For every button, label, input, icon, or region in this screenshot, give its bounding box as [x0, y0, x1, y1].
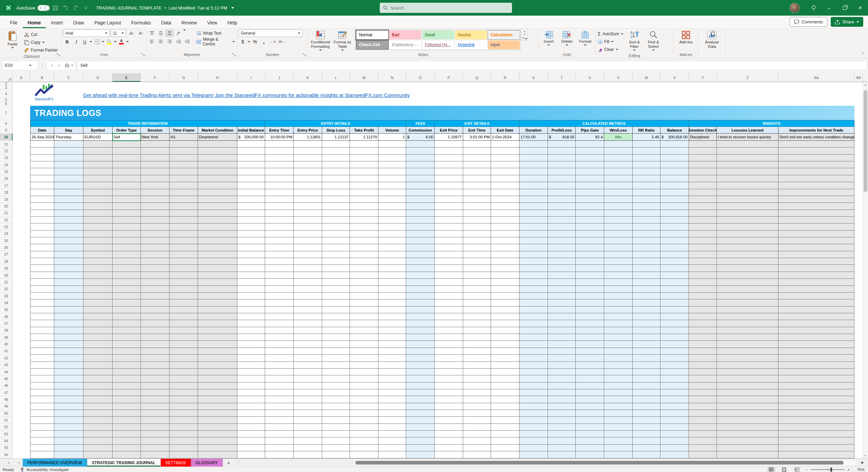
- collapse-ribbon-chevron[interactable]: ⌃: [861, 52, 865, 57]
- empty-cell[interactable]: [141, 244, 170, 251]
- empty-cell[interactable]: [54, 341, 83, 348]
- empty-cell[interactable]: [689, 196, 717, 203]
- addins-button[interactable]: Add-ins: [676, 29, 696, 52]
- empty-cell[interactable]: [660, 251, 689, 258]
- empty-cell[interactable]: [378, 403, 406, 410]
- empty-cell[interactable]: [660, 403, 689, 410]
- empty-cell[interactable]: [83, 362, 113, 369]
- empty-cell[interactable]: [322, 251, 350, 258]
- empty-cell[interactable]: [435, 196, 463, 203]
- empty-cell[interactable]: [141, 168, 170, 175]
- empty-cell[interactable]: [350, 341, 378, 348]
- empty-cell[interactable]: [689, 382, 717, 389]
- formula-bar-handle[interactable]: ⋮: [38, 63, 46, 68]
- empty-cell[interactable]: [265, 175, 294, 182]
- empty-cell[interactable]: [689, 403, 717, 410]
- empty-cell[interactable]: [113, 313, 141, 320]
- empty-cell[interactable]: [604, 362, 633, 369]
- percent-format-button[interactable]: %: [251, 38, 259, 45]
- empty-cell[interactable]: [141, 279, 170, 286]
- borders-button[interactable]: [93, 38, 101, 45]
- empty-cell[interactable]: [113, 307, 141, 313]
- empty-cell[interactable]: [604, 417, 633, 424]
- empty-cell[interactable]: [378, 327, 406, 334]
- empty-cell[interactable]: [463, 396, 491, 403]
- sheet-tab-strategic-trading-journal[interactable]: STRATEGIC TRADING JOURNAL: [87, 459, 161, 467]
- cell-profit_loss[interactable]: $818.00: [548, 134, 576, 141]
- empty-cell[interactable]: [463, 403, 491, 410]
- empty-cell[interactable]: [322, 210, 350, 217]
- empty-cell[interactable]: [198, 189, 237, 196]
- empty-cell[interactable]: [491, 272, 519, 279]
- empty-cell[interactable]: [519, 286, 548, 293]
- empty-cell[interactable]: [198, 424, 237, 431]
- empty-cell[interactable]: [519, 168, 548, 175]
- empty-cell[interactable]: [435, 355, 463, 361]
- empty-cell[interactable]: [491, 148, 519, 154]
- empty-cell[interactable]: [170, 382, 198, 389]
- empty-cell[interactable]: [491, 396, 519, 403]
- empty-cell[interactable]: [350, 155, 378, 161]
- empty-cell[interactable]: [237, 396, 265, 403]
- empty-cell[interactable]: [237, 417, 265, 424]
- empty-cell[interactable]: [548, 417, 576, 424]
- empty-cell[interactable]: [548, 251, 576, 258]
- empty-cell[interactable]: [778, 251, 854, 258]
- empty-cell[interactable]: [463, 451, 491, 458]
- empty-cell[interactable]: [548, 362, 576, 369]
- empty-cell[interactable]: [170, 189, 198, 196]
- cut-button[interactable]: Cut: [23, 31, 59, 38]
- empty-cell[interactable]: [406, 293, 435, 299]
- delete-cells-button[interactable]: Delete: [558, 29, 576, 52]
- empty-cell[interactable]: [778, 431, 854, 437]
- empty-cell[interactable]: [576, 279, 604, 286]
- empty-cell[interactable]: [350, 272, 378, 279]
- row-header-44[interactable]: 44: [0, 369, 13, 375]
- empty-cell[interactable]: [170, 175, 198, 182]
- empty-cell[interactable]: [350, 431, 378, 437]
- empty-cell[interactable]: [717, 341, 778, 348]
- empty-cell[interactable]: [54, 182, 83, 189]
- empty-cell[interactable]: [576, 396, 604, 403]
- empty-cell[interactable]: [491, 327, 519, 334]
- empty-cell[interactable]: [113, 369, 141, 375]
- empty-cell[interactable]: [435, 175, 463, 182]
- empty-cell[interactable]: [491, 293, 519, 299]
- empty-cell[interactable]: [689, 396, 717, 403]
- empty-cell[interactable]: [660, 182, 689, 189]
- empty-cell[interactable]: [30, 369, 54, 375]
- empty-cell[interactable]: [576, 403, 604, 410]
- table-header-day[interactable]: Day: [54, 127, 83, 134]
- empty-cell[interactable]: [491, 362, 519, 369]
- empty-cell[interactable]: [350, 168, 378, 175]
- empty-cell[interactable]: [778, 231, 854, 237]
- empty-cell[interactable]: [548, 293, 576, 299]
- empty-cell[interactable]: [633, 403, 660, 410]
- empty-cell[interactable]: [406, 237, 435, 244]
- row-header-56[interactable]: 56: [0, 451, 13, 458]
- empty-cell[interactable]: [406, 155, 435, 161]
- row-header-48[interactable]: 48: [0, 396, 13, 403]
- empty-cell[interactable]: [294, 231, 322, 237]
- empty-cell[interactable]: [322, 217, 350, 223]
- empty-cell[interactable]: [604, 161, 633, 168]
- empty-cell[interactable]: [294, 217, 322, 223]
- empty-cell[interactable]: [778, 389, 854, 396]
- empty-cell[interactable]: [717, 320, 778, 327]
- empty-cell[interactable]: [378, 293, 406, 299]
- decrease-decimal-button[interactable]: .00→: [277, 38, 285, 45]
- column-header-T[interactable]: T: [548, 73, 576, 82]
- empty-cell[interactable]: [198, 307, 237, 313]
- empty-cell[interactable]: [660, 244, 689, 251]
- empty-cell[interactable]: [265, 210, 294, 217]
- empty-cell[interactable]: [237, 141, 265, 148]
- underline-button[interactable]: U: [81, 38, 89, 45]
- empty-cell[interactable]: [378, 237, 406, 244]
- empty-cell[interactable]: [548, 341, 576, 348]
- empty-cell[interactable]: [198, 445, 237, 451]
- empty-cell[interactable]: [30, 348, 54, 355]
- empty-cell[interactable]: [237, 217, 265, 223]
- empty-cell[interactable]: [54, 155, 83, 161]
- empty-cell[interactable]: [198, 334, 237, 341]
- empty-cell[interactable]: [689, 424, 717, 431]
